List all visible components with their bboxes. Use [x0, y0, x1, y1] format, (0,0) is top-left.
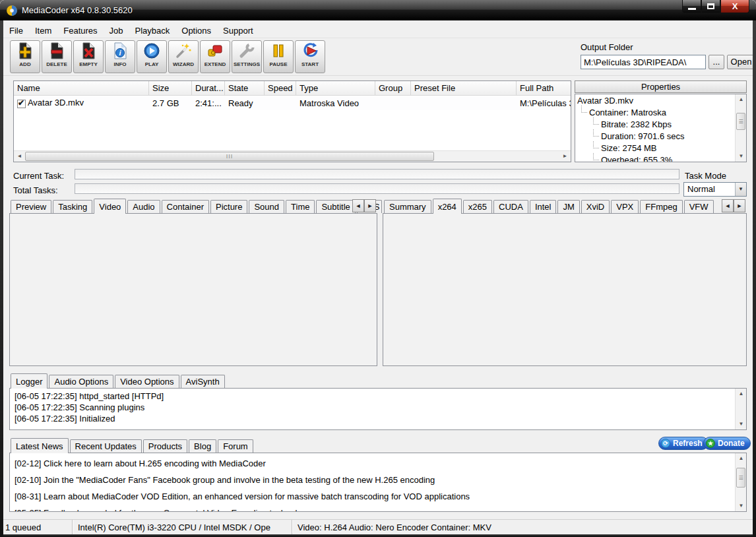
tab-scroll-right-icon[interactable]: ►	[734, 199, 745, 212]
tab-preview[interactable]: Preview	[11, 200, 51, 213]
menu-job[interactable]: Job	[104, 24, 129, 37]
properties-scrollbar[interactable]: ▲ ☰ ▼	[735, 94, 746, 162]
extend-button[interactable]: EXTEND	[200, 40, 230, 73]
tree-item[interactable]: Overhead: 655.3%	[577, 154, 734, 162]
logger-output[interactable]: [06-05 17:22:35] httpd_started [HTTPd] […	[9, 388, 747, 430]
tab-latest-news[interactable]: Latest News	[11, 438, 69, 453]
logger-scrollbar[interactable]: ▲ ▼	[735, 389, 746, 429]
tab-intel[interactable]: Intel	[530, 200, 557, 213]
minimize-button[interactable]	[682, 0, 701, 13]
tree-item[interactable]: Size: 2754 MB	[577, 142, 734, 154]
tab-tasking[interactable]: Tasking	[53, 200, 92, 213]
scrollbar-thumb[interactable]: III	[25, 152, 434, 161]
tree-item[interactable]: Avatar 3D.mkv	[577, 95, 734, 107]
tab-recent-updates[interactable]: Recent Updates	[70, 439, 142, 453]
refresh-button[interactable]: ⟳ Refresh	[658, 437, 709, 450]
play-button[interactable]: PLAY	[137, 40, 167, 73]
tab-blog[interactable]: Blog	[189, 439, 216, 453]
pause-button[interactable]: PAUSE	[263, 40, 294, 73]
tab-audio[interactable]: Audio	[127, 200, 160, 213]
task-mode-select[interactable]: Normal▼	[683, 182, 747, 197]
tab-avisynth-options[interactable]: AviSynth	[181, 375, 225, 388]
news-item[interactable]: [05-25] Feedbacks needed for the new Seg…	[15, 505, 746, 512]
delete-button[interactable]: DELETE	[42, 40, 72, 73]
tab-picture[interactable]: Picture	[210, 200, 247, 213]
tab-forum[interactable]: Forum	[218, 439, 253, 453]
news-list: [02-12] Click here to learn about H.265 …	[9, 453, 747, 512]
menu-playback[interactable]: Playback	[129, 24, 176, 37]
refresh-icon: ⟳	[661, 439, 670, 448]
settings-button[interactable]: SETTINGS	[232, 40, 262, 73]
menu-item[interactable]: Item	[29, 24, 57, 37]
scrollbar-thumb[interactable]: ☰	[736, 468, 745, 488]
tab-scroll-left-icon[interactable]: ◄	[722, 199, 734, 212]
column-header-speed[interactable]: Speed	[265, 81, 296, 95]
tree-item[interactable]: Container: Matroska	[577, 107, 734, 119]
tab-time[interactable]: Time	[286, 200, 315, 213]
tab-ffmpeg[interactable]: FFmpeg	[640, 200, 682, 213]
tab-container[interactable]: Container	[162, 200, 209, 213]
title-bar[interactable]: MediaCoder x64 0.8.30.5620 X	[0, 0, 756, 20]
scroll-down-icon[interactable]: ▼	[736, 151, 747, 162]
browse-button[interactable]: ...	[709, 55, 724, 69]
wizard-button[interactable]: WIZARD	[168, 40, 199, 73]
scroll-down-icon[interactable]: ▼	[736, 419, 747, 429]
table-row[interactable]: Avatar 3D.mkv 2.7 GB 2:41:... Ready Matr…	[14, 96, 571, 110]
output-folder-input[interactable]	[581, 55, 706, 69]
scroll-right-icon[interactable]: ►	[559, 151, 571, 162]
row-checkbox[interactable]	[17, 100, 26, 108]
add-button[interactable]: ADD	[10, 40, 40, 73]
news-item[interactable]: [08-31] Learn about MediaCoder VOD Editi…	[15, 488, 746, 505]
column-header-size[interactable]: Size	[149, 81, 192, 95]
tab-cuda[interactable]: CUDA	[493, 200, 528, 213]
column-header-type[interactable]: Type	[296, 81, 375, 95]
tab-video[interactable]: Video	[94, 199, 126, 214]
menu-features[interactable]: Features	[57, 24, 103, 37]
scroll-up-icon[interactable]: ▲	[736, 453, 747, 464]
open-button[interactable]: Open	[727, 55, 755, 69]
column-header-state[interactable]: State	[225, 81, 265, 95]
column-header-duration[interactable]: Durat...	[192, 81, 225, 95]
tab-subtitle[interactable]: Subtitle	[316, 200, 355, 213]
chevron-down-icon: ▼	[735, 183, 746, 196]
start-button[interactable]: START	[295, 40, 325, 73]
column-header-group[interactable]: Group	[375, 81, 411, 95]
tab-vpx[interactable]: VPX	[611, 200, 639, 213]
info-button[interactable]: i INFO	[105, 40, 135, 73]
tab-summary[interactable]: Summary	[384, 200, 431, 213]
empty-button[interactable]: EMPTY	[73, 40, 104, 73]
close-button[interactable]: X	[720, 0, 749, 13]
news-item[interactable]: [02-12] Click here to learn about H.265 …	[15, 455, 746, 472]
column-header-full-path[interactable]: Full Path	[517, 81, 571, 95]
column-header-preset-file[interactable]: Preset File	[411, 81, 517, 95]
tree-item[interactable]: Duration: 9701.6 secs	[577, 131, 734, 142]
scroll-up-icon[interactable]: ▲	[736, 94, 747, 105]
menu-support[interactable]: Support	[217, 24, 259, 37]
tab-scroll-right-icon[interactable]: ►	[364, 199, 376, 212]
tab-x265[interactable]: x265	[463, 200, 492, 213]
tab-jm[interactable]: JM	[557, 200, 579, 213]
scroll-left-icon[interactable]: ◄	[14, 151, 25, 162]
tab-xvid[interactable]: XviD	[581, 200, 610, 213]
tab-x264[interactable]: x264	[433, 199, 462, 214]
tab-logger[interactable]: Logger	[11, 373, 47, 389]
scrollbar-thumb[interactable]: ☰	[736, 113, 745, 130]
menu-options[interactable]: Options	[175, 24, 217, 37]
donate-button[interactable]: ★ Donate	[703, 437, 751, 450]
tab-video-options[interactable]: Video Options	[115, 375, 179, 388]
news-scrollbar[interactable]: ▲ ☰ ▼	[735, 453, 746, 511]
menu-file[interactable]: File	[3, 24, 29, 37]
tab-audio-options[interactable]: Audio Options	[49, 375, 113, 388]
properties-header[interactable]: Properties	[575, 80, 747, 93]
column-header-name[interactable]: Name	[14, 81, 149, 95]
tab-sound[interactable]: Sound	[249, 200, 284, 213]
tab-vfw[interactable]: VFW	[684, 200, 714, 213]
horizontal-scrollbar[interactable]: ◄ III ►	[14, 150, 571, 162]
scroll-down-icon[interactable]: ▼	[736, 501, 747, 511]
scroll-up-icon[interactable]: ▲	[736, 389, 747, 399]
news-item[interactable]: [02-10] Join the "MediaCoder Fans" Faceb…	[15, 472, 746, 488]
tab-scroll-left-icon[interactable]: ◄	[352, 199, 364, 212]
tree-item[interactable]: Bitrate: 2382 Kbps	[577, 119, 734, 131]
tab-products[interactable]: Products	[143, 439, 187, 453]
maximize-button[interactable]	[701, 0, 720, 13]
